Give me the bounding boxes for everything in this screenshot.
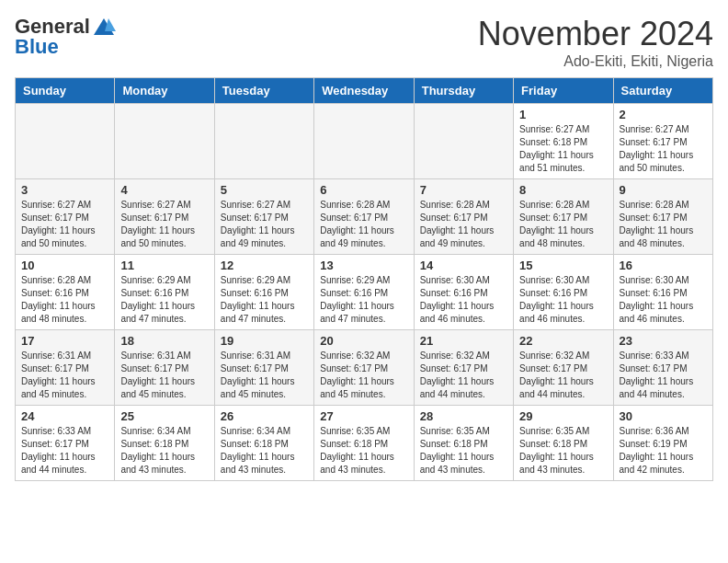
calendar-cell: 16Sunrise: 6:30 AM Sunset: 6:16 PM Dayli… [613, 255, 712, 330]
day-number: 20 [320, 334, 407, 348]
day-number: 8 [519, 183, 607, 197]
calendar-week-row: 3Sunrise: 6:27 AM Sunset: 6:17 PM Daylig… [16, 179, 713, 255]
day-number: 13 [320, 259, 407, 272]
calendar-cell [314, 104, 414, 179]
calendar-cell: 10Sunrise: 6:28 AM Sunset: 6:16 PM Dayli… [16, 255, 115, 330]
day-number: 18 [120, 334, 208, 348]
day-info: Sunrise: 6:27 AM Sunset: 6:18 PM Dayligh… [519, 123, 607, 175]
calendar-cell: 21Sunrise: 6:32 AM Sunset: 6:17 PM Dayli… [414, 330, 513, 406]
calendar-cell: 15Sunrise: 6:30 AM Sunset: 6:16 PM Dayli… [514, 255, 613, 330]
calendar-cell: 14Sunrise: 6:30 AM Sunset: 6:16 PM Dayli… [414, 255, 513, 330]
weekday-header-monday: Monday [115, 78, 214, 104]
weekday-header-saturday: Saturday [613, 78, 712, 104]
day-number: 22 [519, 334, 607, 348]
calendar-cell: 1Sunrise: 6:27 AM Sunset: 6:18 PM Daylig… [514, 104, 613, 179]
day-number: 9 [620, 183, 707, 197]
calendar-week-row: 10Sunrise: 6:28 AM Sunset: 6:16 PM Dayli… [16, 255, 713, 330]
day-number: 7 [420, 183, 507, 197]
weekday-header-wednesday: Wednesday [314, 78, 414, 104]
day-info: Sunrise: 6:30 AM Sunset: 6:16 PM Dayligh… [519, 274, 607, 326]
day-info: Sunrise: 6:35 AM Sunset: 6:18 PM Dayligh… [420, 425, 507, 477]
day-number: 25 [120, 409, 208, 423]
logo-icon [92, 17, 116, 37]
day-info: Sunrise: 6:27 AM Sunset: 6:17 PM Dayligh… [120, 199, 208, 250]
day-number: 21 [420, 334, 507, 348]
day-info: Sunrise: 6:29 AM Sunset: 6:16 PM Dayligh… [320, 274, 407, 326]
day-number: 30 [620, 409, 707, 423]
day-info: Sunrise: 6:35 AM Sunset: 6:18 PM Dayligh… [320, 425, 407, 477]
calendar-cell [115, 104, 214, 179]
day-info: Sunrise: 6:32 AM Sunset: 6:17 PM Dayligh… [320, 350, 407, 401]
day-info: Sunrise: 6:35 AM Sunset: 6:18 PM Dayligh… [519, 425, 607, 477]
calendar-cell: 25Sunrise: 6:34 AM Sunset: 6:18 PM Dayli… [115, 406, 214, 481]
weekday-header-tuesday: Tuesday [214, 78, 313, 104]
weekday-header-row: SundayMondayTuesdayWednesdayThursdayFrid… [16, 78, 713, 104]
calendar-cell: 30Sunrise: 6:36 AM Sunset: 6:19 PM Dayli… [613, 406, 712, 481]
day-number: 1 [519, 108, 607, 121]
weekday-header-friday: Friday [514, 78, 613, 104]
day-info: Sunrise: 6:28 AM Sunset: 6:17 PM Dayligh… [320, 199, 407, 250]
calendar-week-row: 24Sunrise: 6:33 AM Sunset: 6:17 PM Dayli… [16, 406, 713, 481]
calendar-cell: 9Sunrise: 6:28 AM Sunset: 6:17 PM Daylig… [613, 179, 712, 255]
day-number: 6 [320, 183, 407, 197]
calendar-cell: 4Sunrise: 6:27 AM Sunset: 6:17 PM Daylig… [115, 179, 214, 255]
calendar-cell: 11Sunrise: 6:29 AM Sunset: 6:16 PM Dayli… [115, 255, 214, 330]
day-info: Sunrise: 6:28 AM Sunset: 6:17 PM Dayligh… [620, 199, 707, 250]
calendar-week-row: 1Sunrise: 6:27 AM Sunset: 6:18 PM Daylig… [16, 104, 713, 179]
calendar-cell: 2Sunrise: 6:27 AM Sunset: 6:17 PM Daylig… [613, 104, 712, 179]
day-info: Sunrise: 6:27 AM Sunset: 6:17 PM Dayligh… [221, 199, 308, 250]
calendar-table: SundayMondayTuesdayWednesdayThursdayFrid… [15, 77, 713, 481]
calendar-cell: 3Sunrise: 6:27 AM Sunset: 6:17 PM Daylig… [16, 179, 115, 255]
calendar-cell: 26Sunrise: 6:34 AM Sunset: 6:18 PM Dayli… [214, 406, 313, 481]
calendar-cell: 29Sunrise: 6:35 AM Sunset: 6:18 PM Dayli… [514, 406, 613, 481]
day-number: 27 [320, 409, 407, 423]
calendar-cell: 13Sunrise: 6:29 AM Sunset: 6:16 PM Dayli… [314, 255, 414, 330]
calendar-cell: 8Sunrise: 6:28 AM Sunset: 6:17 PM Daylig… [514, 179, 613, 255]
calendar-cell: 6Sunrise: 6:28 AM Sunset: 6:17 PM Daylig… [314, 179, 414, 255]
calendar-cell: 19Sunrise: 6:31 AM Sunset: 6:17 PM Dayli… [214, 330, 313, 406]
day-number: 24 [21, 409, 108, 423]
day-number: 3 [21, 183, 108, 197]
title-block: November 2024 Ado-Ekiti, Ekiti, Nigeria [478, 15, 713, 70]
day-number: 11 [120, 259, 208, 272]
subtitle: Ado-Ekiti, Ekiti, Nigeria [478, 53, 713, 70]
day-info: Sunrise: 6:32 AM Sunset: 6:17 PM Dayligh… [519, 350, 607, 401]
day-info: Sunrise: 6:31 AM Sunset: 6:17 PM Dayligh… [21, 350, 108, 401]
calendar-cell: 12Sunrise: 6:29 AM Sunset: 6:16 PM Dayli… [214, 255, 313, 330]
day-number: 4 [120, 183, 208, 197]
day-info: Sunrise: 6:36 AM Sunset: 6:19 PM Dayligh… [620, 425, 707, 477]
weekday-header-thursday: Thursday [414, 78, 513, 104]
day-number: 19 [221, 334, 308, 348]
day-number: 29 [519, 409, 607, 423]
day-info: Sunrise: 6:31 AM Sunset: 6:17 PM Dayligh… [120, 350, 208, 401]
day-number: 23 [620, 334, 707, 348]
calendar-cell: 24Sunrise: 6:33 AM Sunset: 6:17 PM Dayli… [16, 406, 115, 481]
day-info: Sunrise: 6:33 AM Sunset: 6:17 PM Dayligh… [21, 425, 108, 477]
calendar-cell [16, 104, 115, 179]
calendar-cell: 18Sunrise: 6:31 AM Sunset: 6:17 PM Dayli… [115, 330, 214, 406]
day-number: 15 [519, 259, 607, 272]
calendar-cell [214, 104, 313, 179]
day-number: 5 [221, 183, 308, 197]
calendar-cell: 5Sunrise: 6:27 AM Sunset: 6:17 PM Daylig… [214, 179, 313, 255]
day-info: Sunrise: 6:29 AM Sunset: 6:16 PM Dayligh… [221, 274, 308, 326]
calendar-cell [414, 104, 513, 179]
calendar-cell: 22Sunrise: 6:32 AM Sunset: 6:17 PM Dayli… [514, 330, 613, 406]
day-info: Sunrise: 6:34 AM Sunset: 6:18 PM Dayligh… [221, 425, 308, 477]
day-info: Sunrise: 6:29 AM Sunset: 6:16 PM Dayligh… [120, 274, 208, 326]
calendar-cell: 28Sunrise: 6:35 AM Sunset: 6:18 PM Dayli… [414, 406, 513, 481]
logo-blue: Blue [15, 35, 59, 59]
day-number: 17 [21, 334, 108, 348]
calendar-cell: 17Sunrise: 6:31 AM Sunset: 6:17 PM Dayli… [16, 330, 115, 406]
calendar-cell: 23Sunrise: 6:33 AM Sunset: 6:17 PM Dayli… [613, 330, 712, 406]
day-info: Sunrise: 6:28 AM Sunset: 6:17 PM Dayligh… [420, 199, 507, 250]
day-number: 12 [221, 259, 308, 272]
calendar-week-row: 17Sunrise: 6:31 AM Sunset: 6:17 PM Dayli… [16, 330, 713, 406]
day-number: 16 [620, 259, 707, 272]
day-info: Sunrise: 6:28 AM Sunset: 6:16 PM Dayligh… [21, 274, 108, 326]
day-info: Sunrise: 6:33 AM Sunset: 6:17 PM Dayligh… [620, 350, 707, 401]
page-header: General Blue November 2024 Ado-Ekiti, Ek… [15, 15, 713, 70]
day-info: Sunrise: 6:27 AM Sunset: 6:17 PM Dayligh… [620, 123, 707, 175]
calendar-cell: 7Sunrise: 6:28 AM Sunset: 6:17 PM Daylig… [414, 179, 513, 255]
logo: General Blue [15, 15, 116, 59]
